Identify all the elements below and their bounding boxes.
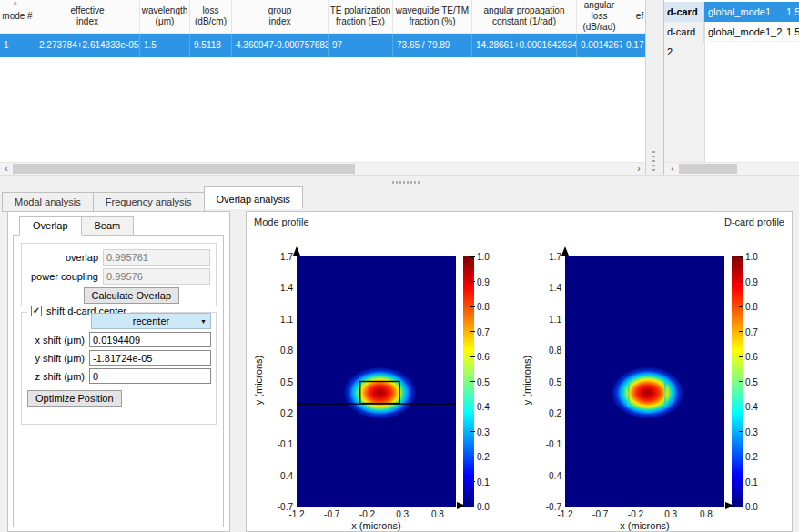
- column-header[interactable]: ef: [622, 0, 646, 33]
- colorbar-tick-mark: [739, 507, 743, 507]
- table-cell: 97: [329, 34, 393, 57]
- colorbar-tick-label: 0.3: [745, 427, 758, 437]
- dropdown-arrow-icon: ▼: [200, 318, 207, 325]
- splitter-grip-icon[interactable]: [392, 181, 420, 184]
- vertical-splitter-handle[interactable]: [652, 151, 655, 171]
- y-tick-label: 1.1: [531, 315, 561, 325]
- tab-modal-analysis[interactable]: Modal analysis: [2, 192, 94, 212]
- mode-table-selected-row[interactable]: 12.273784+2.614333e-05i1.59.51184.360947…: [0, 34, 646, 57]
- y-shift-label: y shift (μm): [35, 353, 85, 364]
- y-axis-arrow-icon: [561, 246, 569, 256]
- optimize-position-button[interactable]: Optimize Position: [27, 390, 122, 407]
- recenter-dropdown[interactable]: recenter ▼: [91, 313, 211, 329]
- colorbar-tick-mark: [739, 331, 743, 332]
- y-tick-label: 1.7: [531, 252, 561, 262]
- x-tick-label: 0.3: [653, 509, 688, 519]
- tab-frequency-analysis[interactable]: Frequency analysis: [93, 192, 205, 212]
- table-cell: 1.5: [140, 34, 190, 57]
- scroll-left-icon[interactable]: ‹: [0, 163, 13, 175]
- sort-up-icon[interactable]: ˄: [13, 0, 17, 8]
- table-cell: 0.00142677: [577, 34, 622, 57]
- x-tick-label: -0.7: [583, 509, 618, 519]
- dcard-row[interactable]: d-card 1global_mode11.5: [664, 2, 799, 22]
- y-tick-label: 0.2: [531, 408, 561, 418]
- y-tick-label: 0.8: [262, 346, 293, 356]
- colorbar-tick-mark: [739, 407, 743, 407]
- y-tick-label: 1.7: [262, 252, 293, 262]
- colorbar-tick-mark: [739, 256, 743, 257]
- column-header[interactable]: TE polarization fraction (Ex): [329, 0, 393, 33]
- dcard-name-cell[interactable]: global_mode1: [704, 2, 783, 22]
- column-header[interactable]: angular loss (dB/rad): [577, 0, 622, 33]
- colorbar-tick-mark: [739, 481, 743, 482]
- colorbar-tick-label: 0.5: [745, 377, 758, 387]
- scroll-right-icon[interactable]: ›: [632, 163, 645, 175]
- y-tick-label: -0.1: [262, 439, 293, 449]
- y-axis-arrow-icon: [293, 246, 300, 256]
- table-cell: 14.28661+0.0001642634i: [472, 34, 577, 57]
- colorbar-tick-label: 0.8: [745, 302, 758, 312]
- colorbar-tick-label: 0.7: [745, 327, 758, 337]
- column-header[interactable]: group index: [232, 0, 329, 33]
- dcard-hscrollbar[interactable]: ‹: [664, 162, 799, 175]
- colorbar-tick-label: 1.0: [477, 252, 490, 262]
- scrollbar-thumb[interactable]: [13, 164, 355, 174]
- colorbar-tick-label: 0.6: [477, 352, 490, 362]
- d-card-profile-heatmap: [565, 256, 724, 507]
- calculate-overlap-button[interactable]: Calculate Overlap: [84, 287, 179, 304]
- colorbar-tick-label: 0.6: [745, 352, 758, 362]
- table-cell: 2.273784+2.614333e-05i: [35, 34, 140, 57]
- x-tick-label: -1.2: [548, 509, 582, 519]
- scrollbar-thumb[interactable]: [679, 164, 737, 174]
- colorbar-tick-mark: [739, 381, 743, 382]
- x-axis-label: x (microns): [604, 520, 686, 531]
- table-cell: 73.65 / 79.89: [393, 34, 472, 57]
- dcard-profile-title: D-card profile: [724, 216, 784, 227]
- column-header[interactable]: wavelength (μm): [140, 0, 190, 33]
- colorbar-tick-mark: [470, 331, 475, 332]
- dcard-row-header[interactable]: d-card 2: [664, 22, 704, 42]
- table-cell: 4.360947-0.0007576831i: [232, 34, 329, 57]
- mode-table-hscrollbar[interactable]: ‹ ›: [0, 162, 645, 175]
- x-tick-label: -1.2: [279, 509, 314, 519]
- y-tick-label: 0.2: [262, 408, 293, 418]
- x-tick-label: 0.8: [689, 509, 723, 519]
- x-tick-label: 0.3: [385, 509, 420, 519]
- power-coupling-label: power coupling: [31, 271, 98, 282]
- dcard-row[interactable]: d-card 2global_mode1_21.5: [664, 22, 799, 42]
- column-header[interactable]: mode #: [0, 0, 35, 33]
- shift-dcard-checkbox[interactable]: ✓: [31, 306, 42, 316]
- overlap-beam-tabs: OverlapBeam: [19, 216, 133, 236]
- mode-table-panel: ˄ mode #effective indexwavelength (μm)lo…: [0, 0, 646, 175]
- subtab-overlap[interactable]: Overlap: [19, 216, 82, 236]
- colorbar-tick-label: 0.1: [745, 477, 758, 487]
- column-header[interactable]: effective index: [35, 0, 140, 33]
- colorbar-tick-label: 0.5: [477, 377, 490, 387]
- overlap-analysis-panel: OverlapBeam overlap power coupling Calcu…: [7, 211, 230, 532]
- colorbar-tick-mark: [470, 356, 475, 357]
- colorbar-tick-label: 0.3: [477, 427, 490, 437]
- table-cell: 0.17: [622, 34, 646, 57]
- column-header[interactable]: angular propagation constant (1/rad): [472, 0, 577, 33]
- dcard-value-cell[interactable]: 1.5: [783, 2, 799, 22]
- tab-overlap-analysis[interactable]: Overlap analysis: [204, 186, 303, 209]
- analysis-tabbar: Modal analysisFrequency analysisOverlap …: [2, 186, 302, 211]
- colorbar-tick-label: 0.0: [745, 502, 758, 512]
- colorbar-tick-mark: [470, 457, 475, 457]
- y-tick-label: 0.8: [531, 346, 561, 356]
- colorbar-tick-mark: [739, 457, 743, 457]
- dcard-value-cell[interactable]: 1.5: [783, 22, 799, 42]
- y-shift-input[interactable]: [89, 350, 211, 366]
- column-header[interactable]: loss (dB/cm): [190, 0, 232, 33]
- x-shift-input[interactable]: [89, 332, 211, 347]
- dcard-name-cell[interactable]: global_mode1_2: [704, 22, 783, 42]
- dcard-row-header[interactable]: d-card 1: [664, 2, 704, 22]
- colorbar-tick-label: 0.4: [477, 402, 490, 412]
- z-shift-input[interactable]: [89, 368, 211, 384]
- shift-dcard-group: ✓ shift d-card center recenter ▼ x shift…: [21, 312, 217, 425]
- scroll-left-icon[interactable]: ‹: [666, 163, 679, 175]
- y-tick-label: -0.4: [262, 471, 293, 481]
- column-header[interactable]: waveguide TE/TM fraction (%): [393, 0, 472, 33]
- subtab-beam[interactable]: Beam: [81, 216, 135, 236]
- colorbar-tick-mark: [470, 306, 475, 307]
